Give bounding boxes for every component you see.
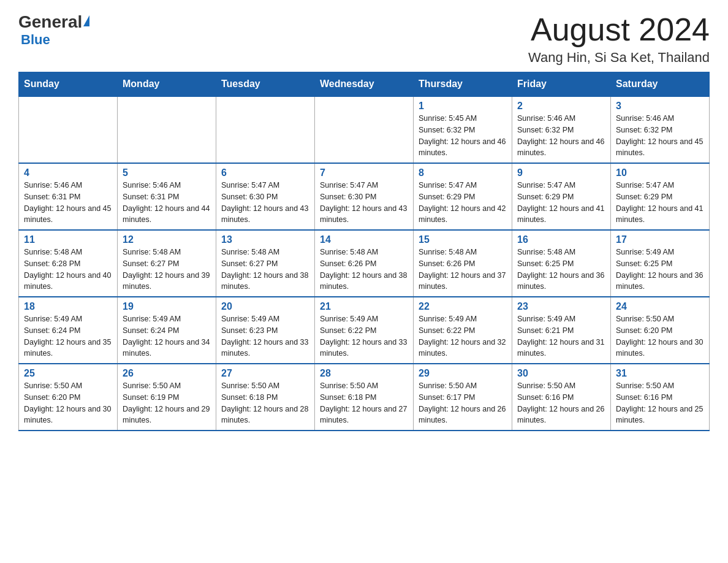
logo-blue-text: Blue xyxy=(21,32,50,48)
day-number: 25 xyxy=(24,368,112,379)
calendar-cell xyxy=(315,96,414,163)
calendar-header-row: SundayMondayTuesdayWednesdayThursdayFrid… xyxy=(19,72,710,97)
calendar-cell: 28Sunrise: 5:50 AMSunset: 6:18 PMDayligh… xyxy=(315,364,414,431)
logo: General Blue xyxy=(18,12,89,48)
day-info: Sunrise: 5:46 AMSunset: 6:32 PMDaylight:… xyxy=(616,113,704,159)
day-info: Sunrise: 5:49 AMSunset: 6:22 PMDaylight:… xyxy=(419,313,507,359)
day-info: Sunrise: 5:47 AMSunset: 6:29 PMDaylight:… xyxy=(517,180,605,226)
calendar-header-sunday: Sunday xyxy=(19,72,118,97)
day-number: 31 xyxy=(616,368,704,379)
calendar-cell: 13Sunrise: 5:48 AMSunset: 6:27 PMDayligh… xyxy=(216,230,315,297)
day-info: Sunrise: 5:46 AMSunset: 6:32 PMDaylight:… xyxy=(517,113,605,159)
day-number: 7 xyxy=(320,167,408,178)
calendar-cell: 4Sunrise: 5:46 AMSunset: 6:31 PMDaylight… xyxy=(19,163,118,230)
calendar-cell: 24Sunrise: 5:50 AMSunset: 6:20 PMDayligh… xyxy=(611,297,710,364)
day-number: 4 xyxy=(24,167,112,178)
calendar-header-friday: Friday xyxy=(512,72,611,97)
calendar-cell: 14Sunrise: 5:48 AMSunset: 6:26 PMDayligh… xyxy=(315,230,414,297)
calendar-header-tuesday: Tuesday xyxy=(216,72,315,97)
day-info: Sunrise: 5:49 AMSunset: 6:23 PMDaylight:… xyxy=(221,313,309,359)
calendar-cell: 7Sunrise: 5:47 AMSunset: 6:30 PMDaylight… xyxy=(315,163,414,230)
day-number: 29 xyxy=(419,368,507,379)
day-info: Sunrise: 5:49 AMSunset: 6:25 PMDaylight:… xyxy=(616,247,704,293)
day-number: 13 xyxy=(221,234,309,245)
logo-triangle-icon xyxy=(83,15,89,26)
day-number: 8 xyxy=(419,167,507,178)
day-info: Sunrise: 5:50 AMSunset: 6:17 PMDaylight:… xyxy=(419,380,507,426)
calendar-table: SundayMondayTuesdayWednesdayThursdayFrid… xyxy=(18,72,710,431)
calendar-header-monday: Monday xyxy=(118,72,216,97)
calendar-cell: 12Sunrise: 5:48 AMSunset: 6:27 PMDayligh… xyxy=(118,230,216,297)
title-block: August 2024 Wang Hin, Si Sa Ket, Thailan… xyxy=(528,12,710,66)
day-info: Sunrise: 5:50 AMSunset: 6:16 PMDaylight:… xyxy=(517,380,605,426)
day-info: Sunrise: 5:47 AMSunset: 6:30 PMDaylight:… xyxy=(320,180,408,226)
day-number: 5 xyxy=(123,167,211,178)
day-info: Sunrise: 5:48 AMSunset: 6:28 PMDaylight:… xyxy=(24,247,112,293)
day-number: 19 xyxy=(123,301,211,312)
day-number: 22 xyxy=(419,301,507,312)
day-info: Sunrise: 5:46 AMSunset: 6:31 PMDaylight:… xyxy=(24,180,112,226)
day-number: 11 xyxy=(24,234,112,245)
calendar-cell: 30Sunrise: 5:50 AMSunset: 6:16 PMDayligh… xyxy=(512,364,611,431)
calendar-cell xyxy=(19,96,118,163)
day-info: Sunrise: 5:47 AMSunset: 6:29 PMDaylight:… xyxy=(616,180,704,226)
calendar-cell: 8Sunrise: 5:47 AMSunset: 6:29 PMDaylight… xyxy=(414,163,512,230)
day-number: 6 xyxy=(221,167,309,178)
month-title: August 2024 xyxy=(528,12,710,47)
calendar-cell: 5Sunrise: 5:46 AMSunset: 6:31 PMDaylight… xyxy=(118,163,216,230)
day-number: 30 xyxy=(517,368,605,379)
calendar-cell: 22Sunrise: 5:49 AMSunset: 6:22 PMDayligh… xyxy=(414,297,512,364)
day-info: Sunrise: 5:49 AMSunset: 6:22 PMDaylight:… xyxy=(320,313,408,359)
calendar-cell: 16Sunrise: 5:48 AMSunset: 6:25 PMDayligh… xyxy=(512,230,611,297)
day-number: 18 xyxy=(24,301,112,312)
calendar-cell: 18Sunrise: 5:49 AMSunset: 6:24 PMDayligh… xyxy=(19,297,118,364)
logo-general-text: General xyxy=(18,12,82,32)
day-info: Sunrise: 5:48 AMSunset: 6:27 PMDaylight:… xyxy=(221,247,309,293)
calendar-cell: 29Sunrise: 5:50 AMSunset: 6:17 PMDayligh… xyxy=(414,364,512,431)
day-number: 27 xyxy=(221,368,309,379)
day-number: 12 xyxy=(123,234,211,245)
day-info: Sunrise: 5:50 AMSunset: 6:16 PMDaylight:… xyxy=(616,380,704,426)
day-number: 10 xyxy=(616,167,704,178)
day-info: Sunrise: 5:45 AMSunset: 6:32 PMDaylight:… xyxy=(419,113,507,159)
calendar-cell: 20Sunrise: 5:49 AMSunset: 6:23 PMDayligh… xyxy=(216,297,315,364)
calendar-week-row: 25Sunrise: 5:50 AMSunset: 6:20 PMDayligh… xyxy=(19,364,710,431)
day-info: Sunrise: 5:50 AMSunset: 6:20 PMDaylight:… xyxy=(24,380,112,426)
day-info: Sunrise: 5:50 AMSunset: 6:20 PMDaylight:… xyxy=(616,313,704,359)
calendar-cell: 25Sunrise: 5:50 AMSunset: 6:20 PMDayligh… xyxy=(19,364,118,431)
day-info: Sunrise: 5:47 AMSunset: 6:30 PMDaylight:… xyxy=(221,180,309,226)
day-info: Sunrise: 5:50 AMSunset: 6:18 PMDaylight:… xyxy=(320,380,408,426)
calendar-header-saturday: Saturday xyxy=(611,72,710,97)
day-number: 17 xyxy=(616,234,704,245)
calendar-cell: 15Sunrise: 5:48 AMSunset: 6:26 PMDayligh… xyxy=(414,230,512,297)
calendar-cell: 9Sunrise: 5:47 AMSunset: 6:29 PMDaylight… xyxy=(512,163,611,230)
calendar-cell xyxy=(118,96,216,163)
calendar-cell: 10Sunrise: 5:47 AMSunset: 6:29 PMDayligh… xyxy=(611,163,710,230)
day-info: Sunrise: 5:50 AMSunset: 6:18 PMDaylight:… xyxy=(221,380,309,426)
day-number: 9 xyxy=(517,167,605,178)
location-title: Wang Hin, Si Sa Ket, Thailand xyxy=(528,50,710,66)
day-info: Sunrise: 5:48 AMSunset: 6:27 PMDaylight:… xyxy=(123,247,211,293)
day-number: 20 xyxy=(221,301,309,312)
calendar-week-row: 1Sunrise: 5:45 AMSunset: 6:32 PMDaylight… xyxy=(19,96,710,163)
day-number: 26 xyxy=(123,368,211,379)
calendar-week-row: 18Sunrise: 5:49 AMSunset: 6:24 PMDayligh… xyxy=(19,297,710,364)
day-info: Sunrise: 5:48 AMSunset: 6:26 PMDaylight:… xyxy=(320,247,408,293)
day-number: 16 xyxy=(517,234,605,245)
day-info: Sunrise: 5:46 AMSunset: 6:31 PMDaylight:… xyxy=(123,180,211,226)
day-number: 1 xyxy=(419,101,507,112)
day-info: Sunrise: 5:48 AMSunset: 6:25 PMDaylight:… xyxy=(517,247,605,293)
day-number: 3 xyxy=(616,101,704,112)
calendar-week-row: 4Sunrise: 5:46 AMSunset: 6:31 PMDaylight… xyxy=(19,163,710,230)
calendar-header-wednesday: Wednesday xyxy=(315,72,414,97)
calendar-cell: 27Sunrise: 5:50 AMSunset: 6:18 PMDayligh… xyxy=(216,364,315,431)
day-number: 21 xyxy=(320,301,408,312)
day-info: Sunrise: 5:49 AMSunset: 6:24 PMDaylight:… xyxy=(123,313,211,359)
calendar-cell: 19Sunrise: 5:49 AMSunset: 6:24 PMDayligh… xyxy=(118,297,216,364)
day-number: 14 xyxy=(320,234,408,245)
day-number: 28 xyxy=(320,368,408,379)
calendar-cell: 11Sunrise: 5:48 AMSunset: 6:28 PMDayligh… xyxy=(19,230,118,297)
day-number: 15 xyxy=(419,234,507,245)
calendar-week-row: 11Sunrise: 5:48 AMSunset: 6:28 PMDayligh… xyxy=(19,230,710,297)
calendar-cell: 31Sunrise: 5:50 AMSunset: 6:16 PMDayligh… xyxy=(611,364,710,431)
